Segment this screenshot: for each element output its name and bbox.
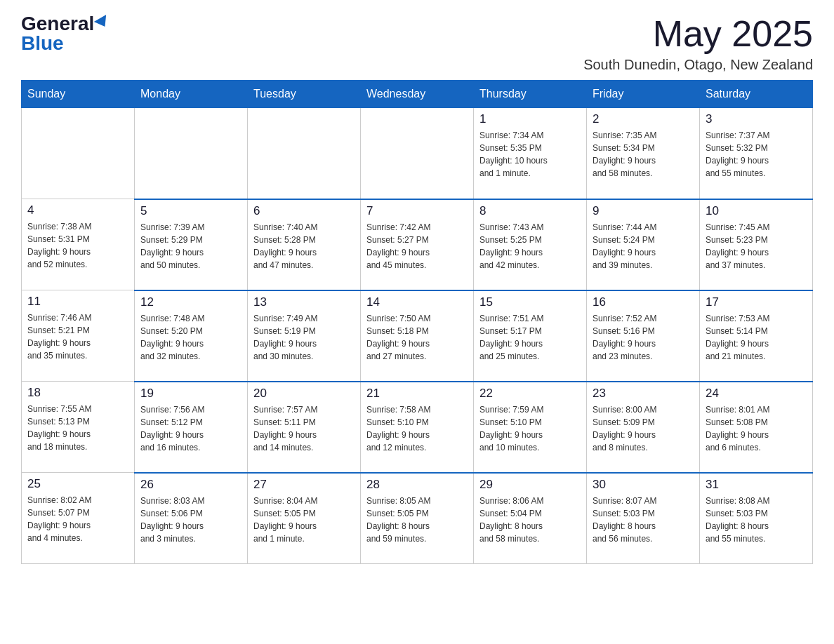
calendar-cell-week5-day4: 28Sunrise: 8:05 AMSunset: 5:05 PMDayligh… — [361, 473, 474, 564]
calendar-cell-week2-day2: 5Sunrise: 7:39 AMSunset: 5:29 PMDaylight… — [135, 199, 248, 290]
day-number: 17 — [706, 295, 807, 309]
day-number: 23 — [593, 387, 694, 401]
day-info: Sunrise: 7:55 AMSunset: 5:13 PMDaylight:… — [27, 403, 128, 453]
day-number: 30 — [593, 478, 694, 492]
day-info: Sunrise: 7:34 AMSunset: 5:35 PMDaylight:… — [479, 129, 581, 180]
month-title: May 2025 — [583, 14, 813, 54]
day-info: Sunrise: 7:39 AMSunset: 5:29 PMDaylight:… — [140, 221, 241, 271]
calendar-week-1: 1Sunrise: 7:34 AMSunset: 5:35 PMDaylight… — [22, 108, 813, 199]
day-info: Sunrise: 7:43 AMSunset: 5:25 PMDaylight:… — [479, 221, 581, 271]
calendar-cell-week1-day1 — [22, 108, 135, 199]
calendar-cell-week5-day1: 25Sunrise: 8:02 AMSunset: 5:07 PMDayligh… — [22, 473, 135, 564]
day-number: 7 — [366, 204, 468, 218]
day-number: 26 — [140, 478, 241, 492]
day-number: 27 — [253, 478, 355, 492]
day-number: 14 — [366, 295, 468, 309]
weekday-header-saturday: Saturday — [700, 81, 813, 108]
day-number: 13 — [253, 295, 355, 309]
day-number: 5 — [140, 204, 241, 218]
calendar-cell-week2-day6: 9Sunrise: 7:44 AMSunset: 5:24 PMDaylight… — [587, 199, 700, 290]
day-number: 19 — [140, 387, 241, 401]
day-info: Sunrise: 7:44 AMSunset: 5:24 PMDaylight:… — [593, 221, 694, 271]
location-title: South Dunedin, Otago, New Zealand — [583, 57, 813, 73]
calendar-cell-week3-day5: 15Sunrise: 7:51 AMSunset: 5:17 PMDayligh… — [474, 290, 587, 382]
day-info: Sunrise: 7:52 AMSunset: 5:16 PMDaylight:… — [593, 312, 694, 363]
title-area: May 2025 South Dunedin, Otago, New Zeala… — [583, 14, 813, 73]
day-number: 15 — [479, 295, 581, 309]
calendar-cell-week1-day7: 3Sunrise: 7:37 AMSunset: 5:32 PMDaylight… — [700, 108, 813, 199]
weekday-header-friday: Friday — [587, 81, 700, 108]
logo-general-text: General — [21, 14, 94, 34]
day-info: Sunrise: 7:50 AMSunset: 5:18 PMDaylight:… — [366, 312, 468, 363]
calendar-cell-week3-day3: 13Sunrise: 7:49 AMSunset: 5:19 PMDayligh… — [248, 290, 361, 382]
logo: General Blue — [21, 14, 110, 53]
day-info: Sunrise: 8:00 AMSunset: 5:09 PMDaylight:… — [593, 403, 694, 454]
day-info: Sunrise: 8:06 AMSunset: 5:04 PMDaylight:… — [479, 495, 581, 545]
calendar-cell-week3-day6: 16Sunrise: 7:52 AMSunset: 5:16 PMDayligh… — [587, 290, 700, 382]
day-info: Sunrise: 7:49 AMSunset: 5:19 PMDaylight:… — [253, 312, 355, 363]
calendar-cell-week4-day7: 24Sunrise: 8:01 AMSunset: 5:08 PMDayligh… — [700, 382, 813, 473]
day-info: Sunrise: 7:42 AMSunset: 5:27 PMDaylight:… — [366, 221, 468, 271]
weekday-header-thursday: Thursday — [474, 81, 587, 108]
calendar-cell-week4-day1: 18Sunrise: 7:55 AMSunset: 5:13 PMDayligh… — [22, 382, 135, 473]
day-number: 20 — [253, 387, 355, 401]
day-number: 31 — [706, 478, 807, 492]
calendar-week-5: 25Sunrise: 8:02 AMSunset: 5:07 PMDayligh… — [22, 473, 813, 564]
day-number: 11 — [27, 295, 128, 309]
calendar-cell-week1-day6: 2Sunrise: 7:35 AMSunset: 5:34 PMDaylight… — [587, 108, 700, 199]
day-number: 1 — [479, 112, 581, 126]
day-info: Sunrise: 7:57 AMSunset: 5:11 PMDaylight:… — [253, 403, 355, 454]
calendar-cell-week3-day4: 14Sunrise: 7:50 AMSunset: 5:18 PMDayligh… — [361, 290, 474, 382]
day-info: Sunrise: 7:40 AMSunset: 5:28 PMDaylight:… — [253, 221, 355, 271]
day-info: Sunrise: 7:53 AMSunset: 5:14 PMDaylight:… — [706, 312, 807, 363]
calendar-table: SundayMondayTuesdayWednesdayThursdayFrid… — [21, 80, 813, 564]
day-number: 12 — [140, 295, 241, 309]
weekday-header-row: SundayMondayTuesdayWednesdayThursdayFrid… — [22, 81, 813, 108]
day-number: 3 — [706, 112, 807, 126]
calendar-cell-week4-day3: 20Sunrise: 7:57 AMSunset: 5:11 PMDayligh… — [248, 382, 361, 473]
calendar-cell-week2-day5: 8Sunrise: 7:43 AMSunset: 5:25 PMDaylight… — [474, 199, 587, 290]
day-info: Sunrise: 7:46 AMSunset: 5:21 PMDaylight:… — [27, 311, 128, 362]
day-info: Sunrise: 7:37 AMSunset: 5:32 PMDaylight:… — [706, 129, 807, 180]
calendar-cell-week3-day2: 12Sunrise: 7:48 AMSunset: 5:20 PMDayligh… — [135, 290, 248, 382]
day-number: 29 — [479, 478, 581, 492]
calendar-week-2: 4Sunrise: 7:38 AMSunset: 5:31 PMDaylight… — [22, 199, 813, 290]
day-info: Sunrise: 8:03 AMSunset: 5:06 PMDaylight:… — [140, 495, 241, 545]
calendar-cell-week5-day7: 31Sunrise: 8:08 AMSunset: 5:03 PMDayligh… — [700, 473, 813, 564]
day-info: Sunrise: 8:05 AMSunset: 5:05 PMDaylight:… — [366, 495, 468, 545]
calendar-cell-week5-day5: 29Sunrise: 8:06 AMSunset: 5:04 PMDayligh… — [474, 473, 587, 564]
calendar-week-3: 11Sunrise: 7:46 AMSunset: 5:21 PMDayligh… — [22, 290, 813, 382]
day-number: 9 — [593, 204, 694, 218]
day-number: 16 — [593, 295, 694, 309]
day-number: 6 — [253, 204, 355, 218]
day-info: Sunrise: 8:07 AMSunset: 5:03 PMDaylight:… — [593, 495, 694, 545]
day-number: 25 — [27, 477, 128, 491]
day-info: Sunrise: 8:01 AMSunset: 5:08 PMDaylight:… — [706, 403, 807, 454]
weekday-header-tuesday: Tuesday — [248, 81, 361, 108]
day-number: 18 — [27, 386, 128, 400]
day-number: 8 — [479, 204, 581, 218]
day-info: Sunrise: 8:02 AMSunset: 5:07 PMDaylight:… — [27, 494, 128, 544]
calendar-cell-week4-day2: 19Sunrise: 7:56 AMSunset: 5:12 PMDayligh… — [135, 382, 248, 473]
day-info: Sunrise: 7:38 AMSunset: 5:31 PMDaylight:… — [27, 220, 128, 271]
calendar-cell-week1-day4 — [361, 108, 474, 199]
calendar-cell-week1-day2 — [135, 108, 248, 199]
weekday-header-wednesday: Wednesday — [361, 81, 474, 108]
calendar-cell-week2-day7: 10Sunrise: 7:45 AMSunset: 5:23 PMDayligh… — [700, 199, 813, 290]
page-header: General Blue May 2025 South Dunedin, Ota… — [21, 14, 813, 73]
logo-arrow-icon — [94, 15, 111, 30]
weekday-header-monday: Monday — [135, 81, 248, 108]
weekday-header-sunday: Sunday — [22, 81, 135, 108]
calendar-cell-week1-day5: 1Sunrise: 7:34 AMSunset: 5:35 PMDaylight… — [474, 108, 587, 199]
day-info: Sunrise: 7:56 AMSunset: 5:12 PMDaylight:… — [140, 403, 241, 454]
day-info: Sunrise: 7:45 AMSunset: 5:23 PMDaylight:… — [706, 221, 807, 271]
day-number: 22 — [479, 387, 581, 401]
day-info: Sunrise: 7:35 AMSunset: 5:34 PMDaylight:… — [593, 129, 694, 180]
calendar-cell-week1-day3 — [248, 108, 361, 199]
day-number: 10 — [706, 204, 807, 218]
logo-blue-text: Blue — [21, 34, 64, 53]
day-number: 4 — [27, 203, 128, 217]
calendar-cell-week4-day4: 21Sunrise: 7:58 AMSunset: 5:10 PMDayligh… — [361, 382, 474, 473]
calendar-cell-week2-day1: 4Sunrise: 7:38 AMSunset: 5:31 PMDaylight… — [22, 199, 135, 290]
calendar-cell-week5-day3: 27Sunrise: 8:04 AMSunset: 5:05 PMDayligh… — [248, 473, 361, 564]
